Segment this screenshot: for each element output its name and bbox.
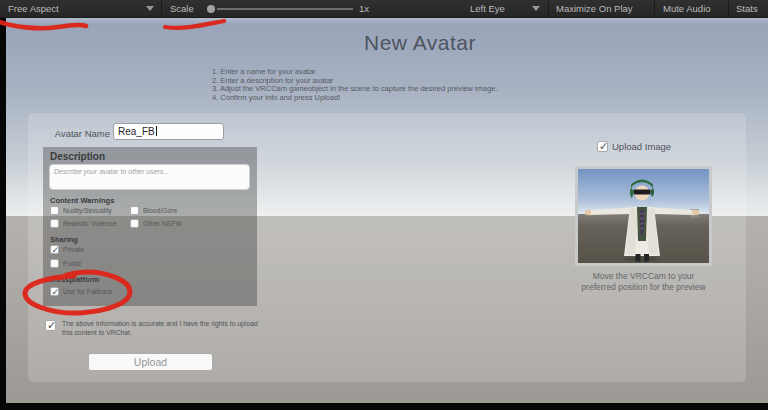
- instructions-list: 1. Enter a name for your avatar 2. Enter…: [212, 68, 498, 102]
- private-checkbox[interactable]: [50, 245, 59, 254]
- realistic-violence-checkbox[interactable]: [50, 219, 59, 228]
- avatar-name-value: Rea_FB: [118, 126, 155, 137]
- realistic-violence-label: Realistic Violence: [63, 220, 117, 227]
- toolbar-divider: [161, 0, 162, 18]
- stats-button[interactable]: Stats: [736, 0, 758, 18]
- eye-dropdown-label: Left Eye: [470, 3, 505, 14]
- private-label: Private: [63, 246, 84, 253]
- game-view-toolbar: Free Aspect Scale 1x Left Eye Maximize O…: [0, 0, 768, 18]
- chevron-down-icon[interactable]: [532, 6, 540, 11]
- nudity-sexuality-checkbox[interactable]: [50, 206, 59, 215]
- page-title: New Avatar: [70, 31, 768, 55]
- maximize-on-play-button[interactable]: Maximize On Play: [556, 0, 633, 18]
- vrccam-caption: Move the VRCCam to your preferred positi…: [556, 271, 731, 292]
- unity-game-view: Free Aspect Scale 1x Left Eye Maximize O…: [0, 0, 768, 410]
- checkbox-row: Use for Fallback: [50, 287, 112, 296]
- checkbox-row: Private: [50, 245, 84, 254]
- upload-image-label: Upload Image: [612, 141, 671, 152]
- use-for-fallback-checkbox[interactable]: [50, 287, 59, 296]
- crossplatform-heading: Crossplatform: [48, 275, 99, 284]
- upload-image-checkbox[interactable]: [597, 141, 608, 152]
- checkbox-row: Nudity/Sexuality: [50, 206, 112, 215]
- scale-label: Scale: [170, 0, 194, 18]
- avatar-name-label: Avatar Name: [30, 128, 110, 139]
- nudity-sexuality-label: Nudity/Sexuality: [63, 207, 112, 214]
- toolbar-divider: [548, 0, 549, 18]
- chevron-down-icon[interactable]: [146, 6, 154, 11]
- toolbar-divider: [654, 0, 655, 18]
- vrccam-caption-line1: Move the VRCCam to your: [556, 271, 731, 282]
- confirmation-text: The above information is accurate and I …: [62, 320, 262, 337]
- aspect-dropdown-label: Free Aspect: [8, 3, 59, 14]
- upload-button[interactable]: Upload: [88, 353, 213, 371]
- public-label: Public: [63, 260, 82, 267]
- confirmation-row: [45, 320, 56, 331]
- eye-dropdown[interactable]: Left Eye: [470, 0, 505, 18]
- content-warnings-heading: Content Warnings: [50, 196, 114, 205]
- checkbox-row: Other NSFW: [130, 219, 182, 228]
- mute-audio-button[interactable]: Mute Audio: [663, 0, 711, 18]
- blood-gore-label: Blood/Gore: [143, 207, 177, 214]
- checkbox-row: Blood/Gore: [130, 206, 177, 215]
- description-textarea[interactable]: Describe your avatar to other users...: [49, 164, 250, 190]
- avatar-preview-image: [575, 166, 712, 266]
- use-for-fallback-label: Use for Fallback: [63, 288, 112, 295]
- toolbar-divider: [728, 0, 729, 18]
- confirmation-checkbox[interactable]: [45, 320, 56, 331]
- public-checkbox[interactable]: [50, 259, 59, 268]
- text-cursor: [156, 126, 157, 136]
- scale-value: 1x: [359, 0, 369, 18]
- description-panel: Description Describe your avatar to othe…: [43, 147, 257, 306]
- aspect-dropdown[interactable]: Free Aspect: [8, 0, 59, 18]
- other-nsfw-label: Other NSFW: [143, 220, 182, 227]
- other-nsfw-checkbox[interactable]: [130, 219, 139, 228]
- instruction-line: 4. Confirm your info and press Upload!: [212, 94, 498, 103]
- description-heading: Description: [50, 151, 105, 162]
- upload-image-row: Upload Image: [597, 141, 671, 152]
- blood-gore-checkbox[interactable]: [130, 206, 139, 215]
- scale-slider-track[interactable]: [217, 8, 353, 10]
- avatar-render: [578, 169, 709, 263]
- sharing-heading: Sharing: [50, 235, 78, 244]
- checkbox-row: Realistic Violence: [50, 219, 117, 228]
- description-placeholder: Describe your avatar to other users...: [54, 168, 169, 175]
- checkbox-row: Public: [50, 259, 82, 268]
- avatar-name-input[interactable]: Rea_FB: [113, 123, 224, 140]
- scale-slider-knob[interactable]: [207, 5, 215, 13]
- vrccam-caption-line2: preferred position for the preview: [556, 282, 731, 293]
